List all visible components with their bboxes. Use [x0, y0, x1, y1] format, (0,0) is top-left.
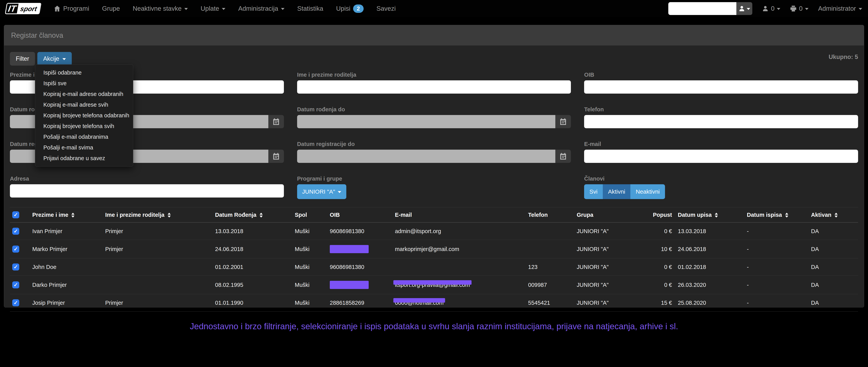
members-counter-value: 0 — [771, 5, 774, 12]
column-header-active[interactable]: Aktivan — [808, 207, 858, 223]
members-inactive-button[interactable]: Neaktivni — [630, 184, 665, 199]
top-navbar: IT sport Programi Grupe Neaktivne stavke… — [0, 0, 868, 17]
cell-date-in: 01.02.2018 — [675, 258, 744, 276]
column-header-parent[interactable]: Ime i prezime roditelja — [102, 207, 212, 223]
dob-to-calendar-button[interactable] — [555, 115, 571, 128]
column-header-oib: OIB — [327, 207, 392, 223]
search-user-button[interactable] — [736, 2, 752, 15]
actions-dropdown-menu: Ispiši odabrane Ispiši sve Kopiraj e-mai… — [35, 64, 133, 167]
members-active-button[interactable]: Aktivni — [603, 184, 630, 199]
column-header-dob[interactable]: Datum Rođenja — [212, 207, 292, 223]
logo-sport-text: sport — [17, 4, 40, 13]
parent-name-input[interactable] — [297, 80, 571, 93]
column-header-date-in[interactable]: Datum upisa — [675, 207, 744, 223]
panel-header: Registar članova — [4, 25, 864, 46]
nav-item-label: Savezi — [376, 5, 396, 12]
menu-item-send-email-selected[interactable]: Pošalji e-mail odabranima — [35, 132, 133, 142]
cell-name: Darko Primjer — [29, 276, 102, 294]
column-header-name[interactable]: Prezime i ime — [29, 207, 102, 223]
menu-item-register-selected-federation[interactable]: Prijavi odabrane u savez — [35, 153, 133, 164]
table-row: ✓ Josip Primjer Primjer 01.01.1990 Muški… — [10, 294, 858, 312]
cell-phone — [525, 222, 574, 240]
menu-item-print-all[interactable]: Ispiši sve — [35, 78, 133, 89]
field-email: E-mail — [584, 141, 858, 163]
cell-phone: 123 — [525, 258, 574, 276]
brand-logo[interactable]: IT sport — [6, 3, 40, 14]
cell-sex: Muški — [292, 240, 327, 258]
email-input[interactable] — [584, 150, 858, 163]
cell-name: Ivan Primjer — [29, 222, 102, 240]
members-all-button[interactable]: Svi — [584, 184, 603, 199]
reg-from-calendar-button[interactable] — [268, 150, 284, 163]
menu-item-send-email-all[interactable]: Pošalji e-mail svima — [35, 142, 133, 153]
reg-to-input[interactable] — [297, 150, 556, 163]
calendar-icon — [560, 153, 566, 160]
menu-item-copy-emails-all[interactable]: Kopiraj e-mail adrese svih — [35, 100, 133, 110]
cell-active: DA — [808, 276, 858, 294]
programs-group-button[interactable]: JUNIORI "A" — [297, 184, 346, 199]
menu-item-copy-phones-all[interactable]: Kopiraj brojeve telefona svih — [35, 121, 133, 132]
nav-item-statistika[interactable]: Statistika — [291, 0, 330, 17]
nav-item-administracija[interactable]: Administracija — [232, 0, 291, 17]
column-header-email: E-mail — [392, 207, 525, 223]
table-row: ✓ Ivan Primjer Primjer 13.03.2018 Muški … — [10, 222, 858, 240]
row-checkbox[interactable]: ✓ — [12, 281, 19, 288]
nav-item-uplate[interactable]: Uplate — [194, 0, 232, 17]
cell-date-in: 24.06.2018 — [675, 240, 744, 258]
actions-button-label: Akcije — [43, 55, 59, 62]
row-checkbox[interactable]: ✓ — [12, 299, 19, 306]
row-checkbox[interactable]: ✓ — [12, 246, 19, 253]
column-header-date-out[interactable]: Datum ispisa — [744, 207, 808, 223]
nav-item-grupe[interactable]: Grupe — [96, 0, 126, 17]
account-menu[interactable]: Administrator — [818, 5, 862, 12]
cell-dob: 13.03.2018 — [212, 222, 292, 240]
row-checkbox[interactable]: ✓ — [12, 228, 19, 235]
cell-date-out: - — [744, 222, 808, 240]
members-counter-menu[interactable]: 0 — [762, 5, 780, 12]
field-parent-name: Ime i prezime roditelja — [297, 72, 571, 93]
cell-group: JUNIORI "A" — [574, 294, 630, 312]
actions-button[interactable]: Akcije — [37, 52, 72, 65]
nav-item-upisi[interactable]: Upisi 2 — [330, 0, 370, 17]
phone-input[interactable] — [584, 115, 858, 128]
calendar-icon — [560, 118, 566, 125]
address-input[interactable] — [10, 184, 284, 198]
redacted-email: itsport.org-pravila@gmail.com — [395, 282, 470, 288]
select-all-checkbox[interactable]: ✓ — [12, 211, 19, 218]
cell-email: admin@itsport.org — [392, 222, 525, 240]
nav-item-programi[interactable]: Programi — [48, 0, 96, 17]
nav-item-label: Neaktivne stavke — [133, 5, 181, 12]
members-table: ✓ Prezime i ime Ime i prezime roditelja … — [10, 207, 858, 312]
reg-to-calendar-button[interactable] — [555, 150, 571, 163]
nav-item-label: Uplate — [201, 5, 219, 12]
oib-label: OIB — [584, 72, 858, 78]
cell-parent: Primjer — [102, 294, 212, 312]
navbar-right: 0 0 Administrator — [668, 2, 862, 15]
cell-email: itsport.org-pravila@gmail.com — [392, 276, 525, 294]
cell-active: DA — [808, 294, 858, 312]
menu-item-copy-emails-selected[interactable]: Kopiraj e-mail adrese odabranih — [35, 89, 133, 100]
dob-from-calendar-button[interactable] — [268, 115, 284, 128]
print-counter-menu[interactable]: 0 — [790, 5, 808, 12]
chevron-down-icon — [777, 8, 780, 10]
table-row: ✓ John Doe 01.02.2001 Muški 96086981380 … — [10, 258, 858, 276]
cell-discount: 0 € — [630, 276, 675, 294]
cell-date-in: 13.03.2018 — [675, 222, 744, 240]
parent-name-label: Ime i prezime roditelja — [297, 72, 571, 78]
menu-item-print-selected[interactable]: Ispiši odabrane — [35, 67, 133, 78]
search-input[interactable] — [668, 2, 736, 15]
oib-input[interactable] — [584, 80, 858, 93]
row-checkbox[interactable]: ✓ — [12, 263, 19, 271]
dob-to-input[interactable] — [297, 115, 556, 128]
filter-button[interactable]: Filter — [10, 52, 35, 65]
nav-item-neaktivne-stavke[interactable]: Neaktivne stavke — [126, 0, 194, 17]
total-count: Ukupno: 5 — [829, 52, 858, 60]
cell-sex: Muški — [292, 258, 327, 276]
nav-item-savezi[interactable]: Savezi — [370, 0, 402, 17]
cell-name: Josip Primjer — [29, 294, 102, 312]
main-menu: Programi Grupe Neaktivne stavke Uplate A… — [48, 0, 402, 17]
field-members-status: Članovi Svi Aktivni Neaktivni — [584, 175, 858, 199]
field-oib: OIB — [584, 72, 858, 93]
menu-item-copy-phones-selected[interactable]: Kopiraj brojeve telefona odabranih — [35, 110, 133, 121]
address-label: Adresa — [10, 175, 284, 182]
